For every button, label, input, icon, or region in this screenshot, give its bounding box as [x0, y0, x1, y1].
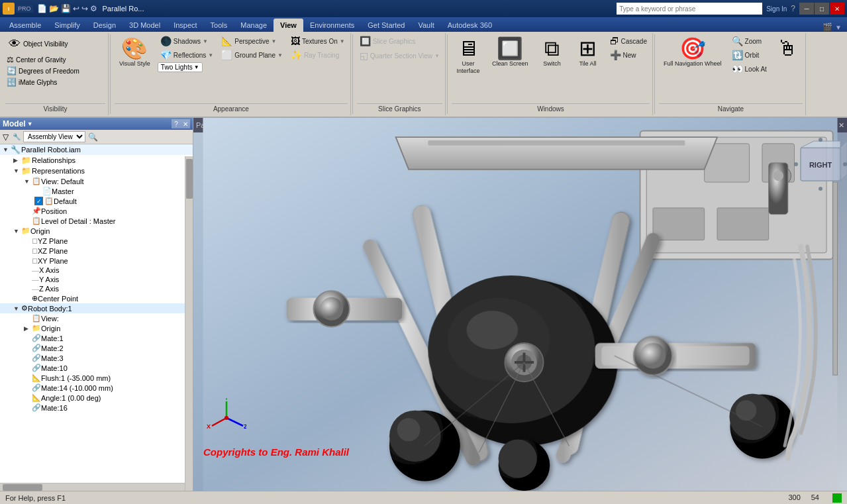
switch-btn[interactable]: ⧉ Switch	[536, 34, 569, 71]
list-item[interactable]: ▼ ⚙ Robot Body:1	[0, 303, 193, 313]
tab-manage[interactable]: Manage	[234, 19, 274, 32]
root-expand[interactable]: ▼	[3, 146, 11, 153]
list-item[interactable]: — Z Axis	[0, 284, 193, 293]
new-icon[interactable]: 📄	[37, 4, 47, 13]
tab-vault[interactable]: Vault	[411, 19, 440, 32]
list-item[interactable]: 📐 Angle:1 (0.00 deg)	[0, 393, 193, 403]
undo-icon[interactable]: ↩	[73, 4, 79, 13]
tree-root[interactable]: ▼ 🔧 Parallel Robot.iam	[0, 144, 193, 155]
list-item[interactable]: 🔗 Mate:10	[0, 363, 193, 373]
tab-get-started[interactable]: Get Started	[361, 19, 411, 32]
slice-graphics-btn[interactable]: 🔲 Slice Graphics	[357, 34, 418, 48]
shadows-btn[interactable]: 🌑 Shadows ▼	[158, 34, 216, 48]
hscrollbar-thumb[interactable]	[3, 484, 42, 491]
tab-tools[interactable]: Tools	[204, 19, 234, 32]
scrollbar-thumb[interactable]	[186, 159, 193, 199]
view-cube[interactable]: RIGHT	[794, 138, 840, 184]
viewport[interactable]: Parallel Robot.iam ─ □ ✕	[193, 118, 847, 491]
zoom-btn[interactable]: 🔍 Zoom	[729, 34, 770, 48]
tab-view[interactable]: View	[274, 19, 303, 32]
filter-icon[interactable]: ▽	[3, 132, 9, 142]
list-item[interactable]: 🔗 Mate:3	[0, 353, 193, 363]
look-at-btn[interactable]: 👀 Look At	[729, 62, 770, 76]
textures-btn[interactable]: 🖼 Textures On ▼	[288, 34, 348, 48]
center-gravity-btn[interactable]: ⚖ Center of Gravity	[5, 54, 68, 65]
tree-scrollbar[interactable]	[185, 156, 193, 491]
default-checkbox[interactable]: ✓	[34, 197, 43, 205]
ground-plane-btn[interactable]: ⬜ Ground Plane ▼	[219, 48, 285, 62]
tab-inspect[interactable]: Inspect	[167, 19, 203, 32]
list-item[interactable]: ▶ 📁 Relationships	[0, 155, 193, 166]
panel-close-btn[interactable]: ✕	[181, 119, 190, 128]
quarter-section-btn[interactable]: ◱ Quarter Section View ▼	[357, 49, 442, 62]
list-item[interactable]: ▼ 📁 Origin	[0, 226, 193, 236]
list-item[interactable]: 📐 Flush:1 (-35.000 mm)	[0, 373, 193, 383]
tree-hscrollbar[interactable]	[0, 483, 185, 491]
nav-wheel-btn[interactable]: 🎯 Full Navigation Wheel	[659, 34, 726, 71]
visual-style-btn[interactable]: 🎨 Visual Style	[115, 34, 155, 71]
search-input[interactable]	[617, 3, 762, 15]
settings-icon[interactable]: ⚙	[90, 4, 97, 13]
degrees-freedom-btn[interactable]: 🔄 Degrees of Freedom	[5, 66, 81, 76]
list-item[interactable]: ✓ 📋 Default	[0, 196, 193, 206]
robot-body-expand[interactable]: ▼	[13, 305, 21, 312]
tile-all-btn[interactable]: ⊞ Tile All	[572, 34, 605, 71]
list-item[interactable]: ⊕ Center Point	[0, 293, 193, 303]
minimize-button[interactable]: ─	[799, 3, 814, 15]
reflections-btn[interactable]: 💎 Reflections ▼	[158, 48, 216, 62]
view-default-expand[interactable]: ▼	[24, 178, 32, 185]
perspective-btn[interactable]: 📐 Perspective ▼	[219, 34, 285, 48]
tab-autodesk360[interactable]: Autodesk 360	[441, 19, 499, 32]
search-tree-icon[interactable]: 🔍	[88, 132, 98, 142]
orbit-btn[interactable]: 🔃 Orbit	[729, 48, 770, 62]
list-item[interactable]: ▼ 📋 View: Default	[0, 176, 193, 186]
representations-expand[interactable]: ▼	[13, 168, 21, 174]
relationships-expand[interactable]: ▶	[13, 157, 21, 164]
help-icon[interactable]: ?	[791, 4, 795, 13]
pan-zoom-btn[interactable]: 🖱	[772, 34, 803, 62]
list-item[interactable]: 📋 View:	[0, 313, 193, 323]
panel-dropdown-icon[interactable]: ▼	[27, 121, 33, 127]
save-icon[interactable]: 💾	[61, 4, 71, 13]
panel-help-btn[interactable]: ?	[172, 119, 181, 128]
maximize-button[interactable]: □	[815, 3, 829, 15]
tab-design[interactable]: Design	[87, 19, 123, 32]
list-item[interactable]: ◻ XZ Plane	[0, 246, 193, 256]
object-visibility-btn[interactable]: 👁 Object Visibility	[5, 34, 72, 54]
tab-environments[interactable]: Environments	[303, 19, 361, 32]
list-item[interactable]: — Y Axis	[0, 275, 193, 284]
tab-3dmodel[interactable]: 3D Model	[123, 19, 167, 32]
list-item[interactable]: ▼ 📁 Representations	[0, 166, 193, 176]
rb-origin-expand[interactable]: ▶	[24, 325, 32, 332]
imate-glyphs-btn[interactable]: 🔣 iMate Glyphs	[5, 77, 58, 87]
origin-expand[interactable]: ▼	[13, 228, 21, 234]
tab-assemble[interactable]: Assemble	[3, 19, 48, 32]
list-item[interactable]: ◻ YZ Plane	[0, 236, 193, 246]
cascade-btn[interactable]: 🗗 Cascade	[607, 34, 650, 48]
list-item[interactable]: 📌 Position	[0, 206, 193, 216]
close-button[interactable]: ✕	[830, 3, 844, 15]
tab-simplify[interactable]: Simplify	[48, 19, 87, 32]
view-dropdown[interactable]: Assembly View	[23, 131, 85, 142]
list-item[interactable]: 🔗 Mate:14 (-10.000 mm)	[0, 383, 193, 393]
redo-icon[interactable]: ↪	[81, 4, 88, 13]
list-item[interactable]: 📄 Master	[0, 186, 193, 196]
new-window-btn[interactable]: ➕ New	[607, 48, 650, 62]
ribbon-help-icon[interactable]: 🎬	[822, 23, 832, 32]
user-interface-btn[interactable]: 🖥 UserInterface	[452, 34, 485, 78]
list-item[interactable]: ◻ XY Plane	[0, 256, 193, 266]
sign-in-btn[interactable]: Sign In	[766, 5, 787, 13]
list-item[interactable]: 🔗 Mate:1	[0, 333, 193, 343]
list-item[interactable]: 🔗 Mate:16	[0, 403, 193, 413]
expand-icon[interactable]: ▼	[835, 24, 842, 31]
pro-badge: PRO	[16, 5, 33, 13]
list-item[interactable]: — X Axis	[0, 266, 193, 275]
list-item[interactable]: ▶ 📁 Origin	[0, 323, 193, 333]
ray-tracing-btn[interactable]: ✨ Ray Tracing	[288, 48, 348, 62]
two-lights-dropdown[interactable]: Two Lights ▼	[158, 62, 203, 72]
pan-zoom-icon: 🖱	[777, 38, 798, 59]
clean-screen-btn[interactable]: 🔲 Clean Screen	[487, 34, 533, 71]
open-icon[interactable]: 📂	[49, 4, 59, 13]
list-item[interactable]: 🔗 Mate:2	[0, 343, 193, 353]
list-item[interactable]: 📋 Level of Detail : Master	[0, 216, 193, 226]
